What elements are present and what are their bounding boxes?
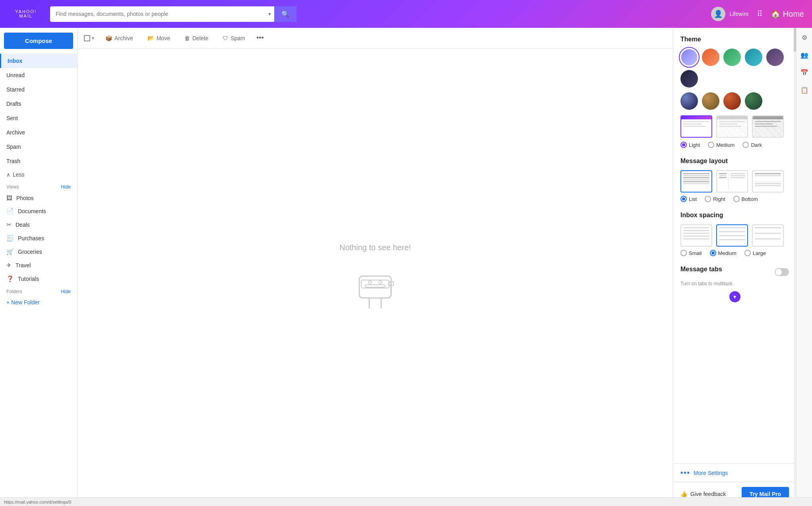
new-folder-button[interactable]: + New Folder [0,296,77,309]
home-icon[interactable]: 🏠 Home [771,9,804,19]
search-button[interactable]: 🔍 [274,6,297,22]
color-swatch-purple[interactable] [680,49,698,66]
theme-light-option[interactable]: Light [680,142,700,148]
delete-button[interactable]: 🗑 Delete [181,33,211,43]
sidebar-item-travel[interactable]: ✈ Travel [0,259,77,272]
spacing-medium-radio[interactable] [710,250,716,256]
archive-label: Archive [6,129,25,136]
user-info[interactable]: 👤 Lifewire [711,7,748,21]
username: Lifewire [729,11,748,17]
scrollbar-thumb[interactable] [794,28,796,52]
color-swatch-green[interactable] [723,49,741,66]
spacing-medium[interactable] [716,224,748,247]
main-content: ▾ 📦 Archive 📂 Move 🗑 Delete 🛡 Spam ••• N… [78,28,673,506]
theme-radio-row: Light Medium Dark [680,142,789,148]
status-url: https://mail.yahoo.com/d/settings/0 [4,500,71,504]
sidebar-item-trash[interactable]: Trash [0,154,77,168]
sidebar-item-documents[interactable]: 📄 Documents [0,204,77,218]
less-button[interactable]: ∧ Less [0,168,77,181]
theme-photo-4[interactable] [745,92,762,110]
spacing-large-radio[interactable] [744,250,751,256]
theme-medium-option[interactable]: Medium [708,142,734,148]
preview-dark[interactable] [752,115,784,138]
more-options-icon[interactable]: ••• [256,34,264,42]
preview-light[interactable] [680,115,712,138]
chevron-down-icon[interactable]: ▾ [729,291,740,302]
sidebar-item-inbox[interactable]: Inbox [0,54,77,68]
spacing-small-radio[interactable] [680,250,687,256]
deals-label: Deals [16,222,30,228]
more-settings-link[interactable]: ••• More Settings [673,463,796,482]
message-tabs-toggle[interactable] [775,268,789,276]
sidebar-item-groceries[interactable]: 🛒 Groceries [0,245,77,259]
spam-button[interactable]: 🛡 Spam [219,33,248,43]
preview-medium[interactable] [716,115,748,138]
trash-label: Trash [6,158,20,164]
select-all[interactable]: ▾ [84,35,94,41]
theme-photo-2[interactable] [702,92,719,110]
theme-medium-radio[interactable] [708,142,714,148]
spacing-small-label: Small [689,250,702,256]
search-input[interactable] [50,7,265,21]
spam-label: Spam [6,144,21,150]
views-section: Views Hide [0,181,77,191]
groceries-icon: 🛒 [6,248,14,255]
sidebar-item-purchases[interactable]: 🧾 Purchases [0,232,77,245]
theme-dark-radio[interactable] [742,142,749,148]
spacing-options [680,224,789,247]
color-swatch-orange[interactable] [702,49,719,66]
calendar-icon[interactable]: 📅 [799,67,810,78]
grid-icon[interactable]: ⠿ [757,9,763,19]
spacing-medium-option[interactable]: Medium [710,250,736,256]
folders-hide-link[interactable]: Hide [61,289,71,294]
layout-right-option[interactable]: Right [705,196,725,202]
layout-bottom-option[interactable]: Bottom [733,196,758,202]
archive-button[interactable]: 📦 Archive [102,33,136,43]
sidebar-item-starred[interactable]: Starred [0,82,77,97]
spacing-large-option[interactable]: Large [744,250,766,256]
sidebar-item-sent[interactable]: Sent [0,111,77,125]
theme-photo-3[interactable] [723,92,741,110]
color-swatch-teal[interactable] [745,49,762,66]
layout-right-radio[interactable] [705,196,711,202]
select-all-checkbox[interactable] [84,35,90,41]
feedback-button[interactable]: 👍 Give feedback [680,491,726,497]
sidebar-item-spam[interactable]: Spam [0,140,77,154]
delete-label: Delete [192,35,208,41]
sidebar-item-drafts[interactable]: Drafts [0,97,77,111]
spacing-small-option[interactable]: Small [680,250,702,256]
spacing-small[interactable] [680,224,712,247]
layout-bottom-radio[interactable] [733,196,740,202]
sidebar-item-photos[interactable]: 🖼 Photos [0,191,77,204]
collapse-button[interactable]: ▾ [680,290,789,304]
spacing-large[interactable] [752,224,784,247]
settings-gear-icon[interactable]: ⚙ [799,32,810,43]
sidebar-item-archive[interactable]: Archive [0,125,77,140]
sidebar-item-unread[interactable]: Unread [0,68,77,82]
layout-options [680,170,789,193]
compose-button[interactable]: Compose [4,33,73,49]
layout-list[interactable] [680,170,712,193]
theme-dark-option[interactable]: Dark [742,142,762,148]
settings-panel: Theme [673,28,796,506]
color-swatch-dark-purple[interactable] [766,49,784,66]
layout-bottom[interactable] [752,170,784,193]
layout-list-option[interactable]: List [680,196,697,202]
layout-list-radio[interactable] [680,196,687,202]
contacts-icon[interactable]: 👥 [799,49,810,60]
spacing-radio-row: Small Medium Large [680,250,789,256]
purchases-icon: 🧾 [6,235,14,242]
search-chevron-icon[interactable]: ▾ [265,11,274,17]
sidebar-item-deals[interactable]: ✂ Deals [0,218,77,232]
theme-photo-1[interactable] [680,92,698,110]
select-chevron-icon[interactable]: ▾ [92,35,94,41]
color-swatch-navy[interactable] [680,70,698,88]
move-button[interactable]: 📂 Move [144,33,173,43]
notepad-icon[interactable]: 📋 [799,84,810,95]
groceries-label: Groceries [18,249,42,255]
views-hide-link[interactable]: Hide [61,184,71,190]
travel-icon: ✈ [6,262,12,269]
sidebar-item-tutorials[interactable]: ❓ Tutorials [0,272,77,286]
theme-light-radio[interactable] [680,142,687,148]
layout-right[interactable] [716,170,748,193]
